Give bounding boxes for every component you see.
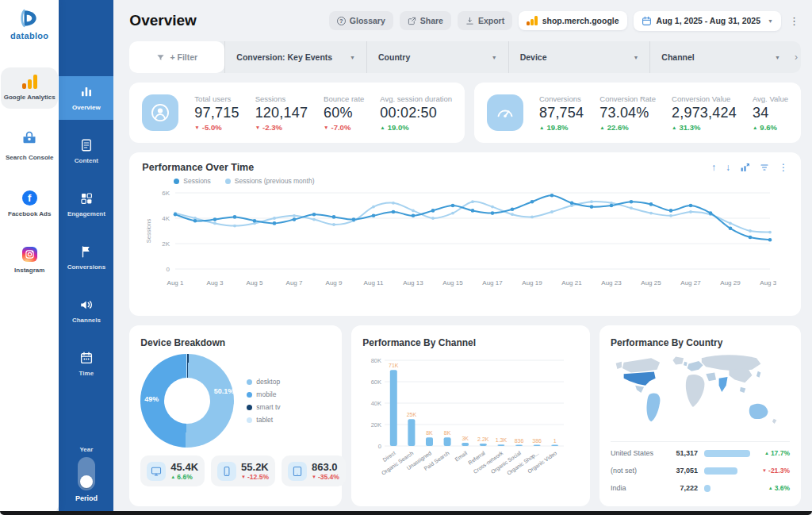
- svg-text:8K: 8K: [444, 430, 451, 436]
- desktop-icon: [147, 462, 166, 481]
- country-row: India7,222▲3.6%: [611, 482, 790, 494]
- kpi-row: Total users 97,715 ▼-5.0% Sessions 120,1…: [129, 83, 801, 143]
- svg-text:Aug 3: Aug 3: [207, 279, 224, 286]
- metric-bounce-rate: Bounce rate 60% ▼-7.0%: [324, 94, 364, 132]
- channels-icon: [79, 298, 94, 312]
- chevron-right-icon[interactable]: ›: [791, 41, 801, 73]
- databloo-logo-icon: [19, 8, 40, 29]
- top-actions: ? Glossary Share Export: [329, 11, 801, 31]
- nav-item-conversions[interactable]: Conversions: [59, 236, 113, 279]
- source-label: Facebook Ads: [8, 210, 51, 218]
- svg-text:Sessions: Sessions: [145, 219, 152, 244]
- svg-text:Aug 9: Aug 9: [326, 279, 343, 286]
- share-icon: [408, 17, 416, 25]
- question-icon: ?: [337, 17, 346, 25]
- date-range-picker[interactable]: Aug 1, 2025 - Aug 31, 2025 ▼: [634, 11, 781, 31]
- chevron-down-icon: ▼: [350, 55, 355, 60]
- filter-dropdown-conversion[interactable]: Conversion: Key Events ▼: [224, 41, 366, 73]
- map-middle-east: [706, 372, 716, 381]
- more-menu-icon[interactable]: ⋮: [787, 15, 801, 27]
- filter-dropdown-country[interactable]: Country ▼: [366, 41, 508, 73]
- metric-delta: ▼-2.3%: [255, 123, 308, 132]
- property-selector[interactable]: shop.merch.google: [519, 11, 626, 30]
- kpi-card-conversions: Conversions 87,754 ▲19.8% Conversion Rat…: [474, 83, 801, 143]
- svg-text:Aug 25: Aug 25: [642, 279, 662, 286]
- country-row: United States51,317▲17.7%: [611, 448, 790, 459]
- nav-item-overview[interactable]: Overview: [59, 76, 113, 120]
- legend-sessions-previous: Sessions (previous month): [225, 177, 315, 185]
- map-east-asia: [729, 368, 752, 382]
- filter-bar: + Filter Conversion: Key Events ▼ Countr…: [129, 41, 801, 73]
- map-new-zealand: [772, 419, 776, 424]
- country-row: (not set)37,051▼-21.3%: [611, 465, 790, 476]
- svg-text:8K: 8K: [427, 430, 434, 436]
- databloo-logo: databloo: [10, 8, 48, 40]
- map-japan: [756, 371, 760, 378]
- map-mexico: [635, 386, 644, 393]
- export-chart-icon[interactable]: [740, 163, 750, 173]
- metric-conversion-value: Conversion Value 2,973,424 ▲31.3%: [672, 94, 737, 132]
- top-bar: Overview ? Glossary Share Export: [129, 6, 801, 35]
- svg-text:71K: 71K: [389, 363, 399, 368]
- metric-delta: ▲22.6%: [599, 123, 656, 132]
- nav-label: Engagement: [67, 210, 105, 217]
- chevron-down-icon: ▼: [768, 18, 773, 24]
- metric-sessions: Sessions 120,147 ▼-2.3%: [255, 94, 308, 132]
- toggle-period-label: Period: [75, 494, 98, 502]
- chevron-down-icon: ▼: [492, 55, 497, 60]
- sort-up-icon[interactable]: ↑: [711, 163, 716, 172]
- metric-total-users: Total users 97,715 ▼-5.0%: [194, 94, 239, 132]
- metric-conversion-rate: Conversion Rate 73.04% ▲22.6%: [599, 94, 656, 132]
- toggle-knob[interactable]: [80, 475, 93, 488]
- nav-label: Conversions: [67, 263, 105, 271]
- content-icon: [79, 138, 94, 152]
- glossary-button[interactable]: ? Glossary: [329, 11, 393, 30]
- svg-text:386: 386: [533, 438, 542, 444]
- chart-title: Device Breakdown: [140, 337, 225, 348]
- nav-item-channels[interactable]: Channels: [59, 289, 113, 332]
- country-table: United States51,317▲17.7%(not set)37,051…: [611, 441, 790, 494]
- year-period-toggle[interactable]: [78, 457, 95, 490]
- filter-chart-icon[interactable]: [760, 163, 769, 172]
- google-analytics-icon: [22, 75, 37, 89]
- nav-item-engagement[interactable]: Engagement: [59, 183, 113, 226]
- sidebar-item-instagram[interactable]: Instagram: [1, 240, 58, 282]
- svg-text:60K: 60K: [371, 379, 381, 386]
- svg-text:1.3K: 1.3K: [496, 437, 508, 443]
- property-icon: [527, 16, 538, 25]
- stat-delta: ▼-35.4%: [312, 473, 339, 481]
- chart-title: Performance By Country: [611, 337, 722, 348]
- metric-delta: ▲9.6%: [753, 123, 788, 132]
- svg-text:Aug 5: Aug 5: [247, 279, 263, 286]
- sidebar-item-search-console[interactable]: Search Console: [1, 123, 58, 169]
- sort-down-icon[interactable]: ↓: [726, 163, 730, 172]
- nav-item-content[interactable]: Content: [59, 129, 113, 173]
- device-legend: desktopmobilesmart tvtablet: [247, 378, 280, 424]
- nav-label: Overview: [72, 104, 101, 111]
- map-south-america: [647, 394, 661, 422]
- add-filter-button[interactable]: + Filter: [129, 41, 224, 73]
- map-russia: [702, 355, 761, 371]
- legend-dot: [225, 179, 231, 184]
- device-legend-item: smart tv: [247, 403, 280, 411]
- facebook-icon: f: [22, 190, 37, 206]
- share-button[interactable]: Share: [400, 11, 451, 30]
- svg-text:2.2K: 2.2K: [477, 436, 489, 442]
- nav-item-time[interactable]: Time: [59, 342, 113, 386]
- map-canada: [622, 358, 660, 372]
- filter-dropdown-channel[interactable]: Channel ▼: [649, 41, 791, 73]
- more-menu-icon[interactable]: ⋮: [779, 163, 788, 172]
- metric-delta: ▲19.8%: [539, 123, 584, 132]
- nav-label: Time: [79, 370, 94, 377]
- source-label: Google Analytics: [4, 94, 56, 102]
- performance-over-time-card: Performance Over Time ↑ ↓ ⋮ Sessions Se: [129, 152, 801, 316]
- sidebar-item-facebook-ads[interactable]: f Facebook Ads: [1, 183, 58, 225]
- funnel-icon: [156, 53, 165, 62]
- metric-delta: ▼-7.0%: [324, 123, 364, 132]
- window-edge: [0, 511, 812, 515]
- sidebar-item-google-analytics[interactable]: Google Analytics: [1, 67, 58, 109]
- map-uk: [684, 362, 688, 366]
- bottom-row: Device Breakdown 49% 50.1% desktopmobile…: [129, 325, 801, 506]
- filter-dropdown-device[interactable]: Device ▼: [508, 41, 650, 73]
- export-button[interactable]: Export: [458, 11, 512, 30]
